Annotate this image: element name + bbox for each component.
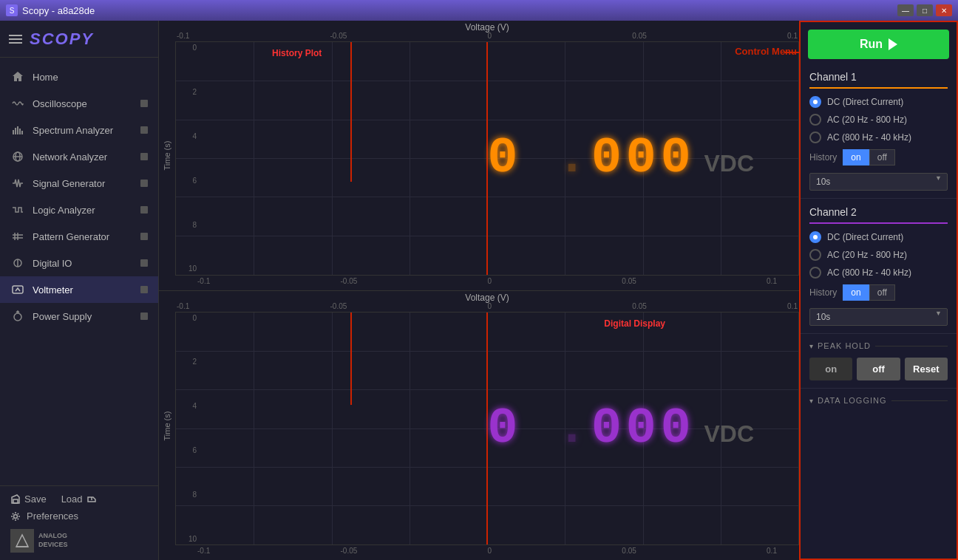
ch2-unit: VDC <box>704 420 754 448</box>
spectrum-icon <box>10 124 25 136</box>
peak-hold-title: PEAK HOLD <box>818 341 871 350</box>
run-button[interactable]: Run <box>808 30 949 59</box>
plot1-spike <box>350 42 352 182</box>
plot2-digital-display: 0 .000 VDC <box>488 403 754 454</box>
ch1-unit: VDC <box>704 150 754 177</box>
spectrum-indicator <box>140 126 148 134</box>
peak-hold-reset-button[interactable]: Reset <box>905 358 948 380</box>
svg-point-15 <box>14 313 21 321</box>
load-label: Load <box>61 494 83 505</box>
maximize-button[interactable]: □ <box>917 4 933 16</box>
plot2-y-label: Time (s) <box>159 291 175 561</box>
sidebar-item-label-power: Power Supply <box>33 311 133 322</box>
sidebar-item-home[interactable]: Home <box>0 64 158 90</box>
channel2-history-on[interactable]: on <box>843 284 869 301</box>
channel1-history-off[interactable]: off <box>869 149 895 165</box>
data-logging-title: DATA LOGGING <box>818 396 887 405</box>
channel1-dc-radio[interactable] <box>809 96 821 108</box>
svg-rect-4 <box>21 131 23 134</box>
save-action[interactable]: Save <box>10 494 47 505</box>
window-controls: — □ ✕ <box>897 4 952 16</box>
pattern-indicator <box>140 233 148 240</box>
channel1-dc-label: DC (Direct Current) <box>827 97 903 107</box>
sidebar-item-digital[interactable]: Digital IO <box>0 250 158 276</box>
data-logging-line <box>891 400 948 401</box>
channel1-history-toggle: on off <box>843 149 894 165</box>
channel2-ac1-label: AC (20 Hz - 800 Hz) <box>827 250 907 260</box>
peak-hold-chevron: ▾ <box>809 342 813 350</box>
digital-indicator <box>140 259 148 267</box>
channel2-dc-label: DC (Direct Current) <box>827 232 903 242</box>
control-panel: Run Channel 1 DC (Direct Current) <box>799 21 958 560</box>
channel2-history-off[interactable]: off <box>869 284 895 301</box>
plot2-inner: Voltage (V) -0.1-0.0500.050.1 <box>175 291 799 561</box>
sidebar-item-label-pattern: Pattern Generator <box>33 231 133 242</box>
channel2-dc-radio[interactable] <box>809 231 821 243</box>
channel1-history-on[interactable]: on <box>843 149 869 165</box>
channel1-ac2-radio[interactable] <box>809 132 821 143</box>
svg-rect-2 <box>17 126 18 134</box>
sidebar-item-label-home: Home <box>33 72 148 83</box>
plot1-inner: Voltage (V) -0.1-0.0500.050.1 <box>175 21 799 290</box>
channel1-section: Channel 1 DC (Direct Current) AC (20 Hz … <box>801 64 957 199</box>
plot1-canvas: 0246810 History Plot 0 .000 VDC <box>175 41 799 276</box>
plot2-x-ticks: -0.1-0.0500.050.1 <box>175 302 799 310</box>
sidebar-header: SCOPY <box>0 21 158 58</box>
logic-indicator <box>140 206 148 214</box>
sidebar-item-signal[interactable]: Signal Generator <box>0 170 158 197</box>
svg-rect-0 <box>13 130 14 134</box>
load-action[interactable]: Load <box>61 494 97 505</box>
channel1-ac2-label: AC (800 Hz - 40 kHz) <box>827 132 911 143</box>
sidebar-item-label-oscilloscope: Oscilloscope <box>33 98 133 109</box>
preferences-item[interactable]: Preferences <box>10 511 148 522</box>
sidebar-item-network[interactable]: Network Analyzer <box>0 143 158 170</box>
sidebar-item-logic[interactable]: Logic Analyzer <box>0 197 158 223</box>
channel2-ac2-option[interactable]: AC (800 Hz - 40 kHz) <box>809 267 948 279</box>
channel2-dc-option[interactable]: DC (Direct Current) <box>809 231 948 243</box>
channel2-ac2-radio[interactable] <box>809 267 821 279</box>
plot1-title: Voltage (V) <box>465 22 509 33</box>
channel2-history-select[interactable]: 10s <box>809 308 948 326</box>
svg-point-19 <box>14 514 18 518</box>
channel1-ac2-option[interactable]: AC (800 Hz - 40 kHz) <box>809 132 948 143</box>
peak-hold-section: ▾ PEAK HOLD on off Reset <box>801 334 957 389</box>
peak-hold-on-button[interactable]: on <box>809 358 852 380</box>
load-icon <box>86 494 97 505</box>
hamburger-menu[interactable] <box>9 35 22 44</box>
channel1-ac1-radio[interactable] <box>809 114 821 126</box>
channel1-ac1-option[interactable]: AC (20 Hz - 800 Hz) <box>809 114 948 126</box>
home-icon <box>10 71 25 83</box>
run-icon <box>889 38 897 50</box>
sidebar-item-label-logic: Logic Analyzer <box>33 205 133 216</box>
scopy-logo: SCOPY <box>30 30 94 49</box>
close-button[interactable]: ✕ <box>936 4 952 16</box>
channel1-history-select[interactable]: 10s <box>809 173 948 191</box>
plot1-digital-display: 0 .000 VDC <box>488 133 754 183</box>
peak-hold-off-button[interactable]: off <box>857 358 900 380</box>
save-label: Save <box>24 494 47 505</box>
power-icon <box>10 310 25 322</box>
minimize-button[interactable]: — <box>897 4 914 16</box>
peak-hold-line <box>875 346 948 346</box>
channel2-ac1-option[interactable]: AC (20 Hz - 800 Hz) <box>809 249 948 261</box>
channel1-dc-option[interactable]: DC (Direct Current) <box>809 96 948 108</box>
plot2-container: Time (s) Voltage (V) -0.1-0.0500.050.1 <box>159 290 799 561</box>
sidebar-nav: Home Oscilloscope Spectrum Analyzer <box>0 58 158 485</box>
channel1-ac1-label: AC (20 Hz - 800 Hz) <box>827 115 907 125</box>
data-logging-section: ▾ DATA LOGGING <box>801 389 957 420</box>
power-indicator <box>140 313 148 320</box>
control-menu-arrow <box>784 52 799 53</box>
title-area: S Scopy - a8a28de <box>6 4 95 16</box>
sidebar-item-voltmeter[interactable]: Voltmeter <box>0 276 158 303</box>
plot2-x-title: Voltage (V) -0.1-0.0500.050.1 <box>175 291 799 312</box>
sidebar-item-power[interactable]: Power Supply <box>0 303 158 329</box>
channel2-ac1-radio[interactable] <box>809 249 821 261</box>
plot1-container: Time (s) Voltage (V) -0.1-0.0500.050.1 <box>159 21 799 290</box>
sidebar-item-spectrum[interactable]: Spectrum Analyzer <box>0 117 158 143</box>
pattern-icon <box>10 231 25 242</box>
sidebar-item-oscilloscope[interactable]: Oscilloscope <box>0 90 158 117</box>
analog-logo-box <box>10 529 34 553</box>
plot2-canvas: 0246810 Digital Display 0 .000 VDC <box>175 312 799 546</box>
sidebar-item-pattern[interactable]: Pattern Generator <box>0 223 158 250</box>
voltmeter-icon <box>10 284 25 296</box>
